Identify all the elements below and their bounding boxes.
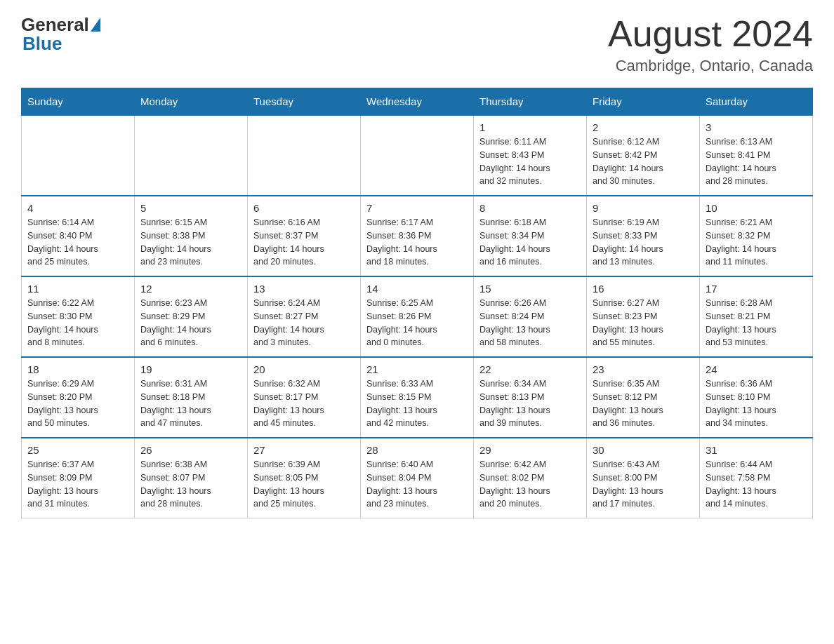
day-info: Sunrise: 6:21 AMSunset: 8:32 PMDaylight:… (706, 216, 807, 269)
calendar-cell: 6Sunrise: 6:16 AMSunset: 8:37 PMDaylight… (248, 196, 361, 276)
day-info: Sunrise: 6:43 AMSunset: 8:00 PMDaylight:… (593, 458, 694, 511)
day-number: 5 (140, 202, 241, 214)
day-info: Sunrise: 6:14 AMSunset: 8:40 PMDaylight:… (27, 216, 128, 269)
day-number: 30 (593, 444, 694, 456)
day-info: Sunrise: 6:36 AMSunset: 8:10 PMDaylight:… (706, 377, 807, 430)
calendar-cell (135, 115, 248, 196)
calendar-cell (22, 115, 135, 196)
calendar-cell: 4Sunrise: 6:14 AMSunset: 8:40 PMDaylight… (22, 196, 135, 276)
page-header: General Blue August 2024 Cambridge, Onta… (21, 14, 813, 75)
calendar-cell: 21Sunrise: 6:33 AMSunset: 8:15 PMDayligh… (361, 357, 474, 438)
day-number: 4 (27, 202, 128, 214)
calendar-cell: 2Sunrise: 6:12 AMSunset: 8:42 PMDaylight… (587, 115, 700, 196)
calendar-cell: 11Sunrise: 6:22 AMSunset: 8:30 PMDayligh… (22, 276, 135, 357)
day-info: Sunrise: 6:42 AMSunset: 8:02 PMDaylight:… (479, 458, 581, 511)
calendar-cell: 17Sunrise: 6:28 AMSunset: 8:21 PMDayligh… (700, 276, 813, 357)
calendar-cell: 8Sunrise: 6:18 AMSunset: 8:34 PMDaylight… (474, 196, 587, 276)
calendar-week-1: 1Sunrise: 6:11 AMSunset: 8:43 PMDaylight… (22, 115, 813, 196)
weekday-header-wednesday: Wednesday (361, 88, 474, 116)
weekday-header-thursday: Thursday (474, 88, 587, 116)
day-number: 6 (253, 202, 355, 214)
calendar-cell: 28Sunrise: 6:40 AMSunset: 8:04 PMDayligh… (361, 438, 474, 518)
day-number: 20 (253, 363, 355, 375)
logo-blue-text: Blue (22, 33, 62, 55)
day-number: 10 (706, 202, 807, 214)
day-number: 16 (593, 283, 694, 295)
day-info: Sunrise: 6:31 AMSunset: 8:18 PMDaylight:… (140, 377, 241, 430)
calendar-cell: 27Sunrise: 6:39 AMSunset: 8:05 PMDayligh… (248, 438, 361, 518)
day-info: Sunrise: 6:34 AMSunset: 8:13 PMDaylight:… (479, 377, 581, 430)
location-title: Cambridge, Ontario, Canada (608, 57, 813, 75)
weekday-header-tuesday: Tuesday (248, 88, 361, 116)
day-number: 29 (479, 444, 581, 456)
calendar-cell: 22Sunrise: 6:34 AMSunset: 8:13 PMDayligh… (474, 357, 587, 438)
calendar-cell: 13Sunrise: 6:24 AMSunset: 8:27 PMDayligh… (248, 276, 361, 357)
calendar-cell (361, 115, 474, 196)
calendar-cell: 12Sunrise: 6:23 AMSunset: 8:29 PMDayligh… (135, 276, 248, 357)
day-number: 26 (140, 444, 241, 456)
day-info: Sunrise: 6:35 AMSunset: 8:12 PMDaylight:… (593, 377, 694, 430)
day-number: 17 (706, 283, 807, 295)
day-number: 1 (479, 121, 581, 133)
calendar-cell: 9Sunrise: 6:19 AMSunset: 8:33 PMDaylight… (587, 196, 700, 276)
calendar-cell: 20Sunrise: 6:32 AMSunset: 8:17 PMDayligh… (248, 357, 361, 438)
day-info: Sunrise: 6:38 AMSunset: 8:07 PMDaylight:… (140, 458, 241, 511)
weekday-header-sunday: Sunday (22, 88, 135, 116)
calendar-table: SundayMondayTuesdayWednesdayThursdayFrid… (21, 88, 813, 518)
day-number: 28 (366, 444, 468, 456)
calendar-cell: 5Sunrise: 6:15 AMSunset: 8:38 PMDaylight… (135, 196, 248, 276)
calendar-header-row: SundayMondayTuesdayWednesdayThursdayFrid… (22, 88, 813, 116)
weekday-header-monday: Monday (135, 88, 248, 116)
calendar-cell: 1Sunrise: 6:11 AMSunset: 8:43 PMDaylight… (474, 115, 587, 196)
calendar-cell: 14Sunrise: 6:25 AMSunset: 8:26 PMDayligh… (361, 276, 474, 357)
logo-triangle-icon (91, 18, 100, 32)
day-info: Sunrise: 6:23 AMSunset: 8:29 PMDaylight:… (140, 297, 241, 349)
day-info: Sunrise: 6:11 AMSunset: 8:43 PMDaylight:… (479, 135, 581, 188)
day-info: Sunrise: 6:32 AMSunset: 8:17 PMDaylight:… (253, 377, 355, 430)
title-block: August 2024 Cambridge, Ontario, Canada (608, 14, 813, 75)
day-number: 25 (27, 444, 128, 456)
day-info: Sunrise: 6:19 AMSunset: 8:33 PMDaylight:… (593, 216, 694, 269)
calendar-cell: 3Sunrise: 6:13 AMSunset: 8:41 PMDaylight… (700, 115, 813, 196)
day-number: 27 (253, 444, 355, 456)
day-number: 13 (253, 283, 355, 295)
weekday-header-saturday: Saturday (700, 88, 813, 116)
calendar-week-5: 25Sunrise: 6:37 AMSunset: 8:09 PMDayligh… (22, 438, 813, 518)
calendar-cell: 30Sunrise: 6:43 AMSunset: 8:00 PMDayligh… (587, 438, 700, 518)
day-number: 18 (27, 363, 128, 375)
calendar-cell: 16Sunrise: 6:27 AMSunset: 8:23 PMDayligh… (587, 276, 700, 357)
calendar-cell: 26Sunrise: 6:38 AMSunset: 8:07 PMDayligh… (135, 438, 248, 518)
day-number: 15 (479, 283, 581, 295)
calendar-week-2: 4Sunrise: 6:14 AMSunset: 8:40 PMDaylight… (22, 196, 813, 276)
month-title: August 2024 (608, 14, 813, 54)
day-number: 9 (593, 202, 694, 214)
day-number: 14 (366, 283, 468, 295)
day-number: 22 (479, 363, 581, 375)
calendar-cell: 25Sunrise: 6:37 AMSunset: 8:09 PMDayligh… (22, 438, 135, 518)
day-info: Sunrise: 6:22 AMSunset: 8:30 PMDaylight:… (27, 297, 128, 349)
day-info: Sunrise: 6:16 AMSunset: 8:37 PMDaylight:… (253, 216, 355, 269)
day-number: 31 (706, 444, 807, 456)
day-info: Sunrise: 6:37 AMSunset: 8:09 PMDaylight:… (27, 458, 128, 511)
day-number: 11 (27, 283, 128, 295)
day-number: 21 (366, 363, 468, 375)
day-info: Sunrise: 6:28 AMSunset: 8:21 PMDaylight:… (706, 297, 807, 349)
day-number: 23 (593, 363, 694, 375)
day-info: Sunrise: 6:29 AMSunset: 8:20 PMDaylight:… (27, 377, 128, 430)
calendar-cell: 15Sunrise: 6:26 AMSunset: 8:24 PMDayligh… (474, 276, 587, 357)
day-info: Sunrise: 6:18 AMSunset: 8:34 PMDaylight:… (479, 216, 581, 269)
calendar-week-4: 18Sunrise: 6:29 AMSunset: 8:20 PMDayligh… (22, 357, 813, 438)
calendar-cell: 19Sunrise: 6:31 AMSunset: 8:18 PMDayligh… (135, 357, 248, 438)
calendar-cell: 10Sunrise: 6:21 AMSunset: 8:32 PMDayligh… (700, 196, 813, 276)
day-info: Sunrise: 6:25 AMSunset: 8:26 PMDaylight:… (366, 297, 468, 349)
day-number: 7 (366, 202, 468, 214)
day-info: Sunrise: 6:17 AMSunset: 8:36 PMDaylight:… (366, 216, 468, 269)
day-number: 8 (479, 202, 581, 214)
calendar-cell: 7Sunrise: 6:17 AMSunset: 8:36 PMDaylight… (361, 196, 474, 276)
calendar-cell (248, 115, 361, 196)
calendar-cell: 29Sunrise: 6:42 AMSunset: 8:02 PMDayligh… (474, 438, 587, 518)
day-info: Sunrise: 6:26 AMSunset: 8:24 PMDaylight:… (479, 297, 581, 349)
day-info: Sunrise: 6:15 AMSunset: 8:38 PMDaylight:… (140, 216, 241, 269)
calendar-cell: 23Sunrise: 6:35 AMSunset: 8:12 PMDayligh… (587, 357, 700, 438)
logo: General Blue (21, 14, 100, 55)
